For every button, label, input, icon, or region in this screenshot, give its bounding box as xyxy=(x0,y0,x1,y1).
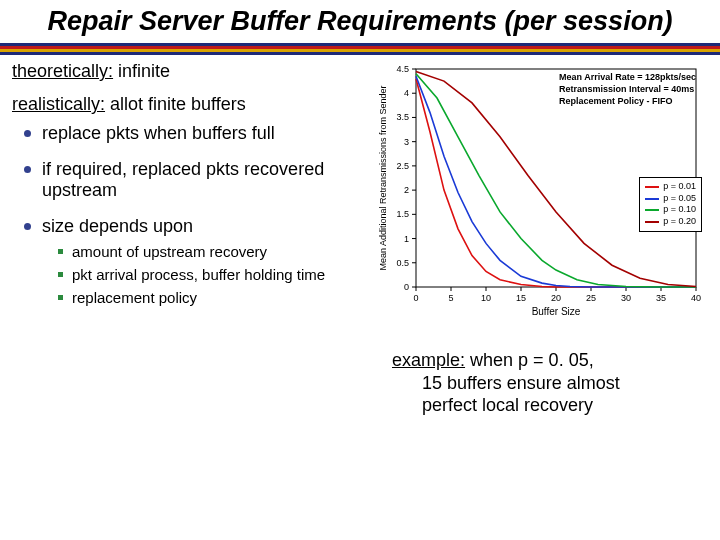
svg-text:Buffer Size: Buffer Size xyxy=(532,306,581,317)
theoretical-line: theoretically: infinite xyxy=(12,61,368,82)
theoretical-value: infinite xyxy=(118,61,170,81)
svg-text:15: 15 xyxy=(516,293,526,303)
bullet-item: replace pkts when buffers full xyxy=(24,123,368,145)
chart-legend: p = 0.01p = 0.05p = 0.10p = 0.20 xyxy=(639,177,702,232)
svg-text:0: 0 xyxy=(404,282,409,292)
content-area: theoretically: infinite realistically: a… xyxy=(0,55,720,417)
slide-title-block: Repair Server Buffer Requirements (per s… xyxy=(0,0,720,41)
example-line2: 15 buffers ensure almost xyxy=(392,372,714,395)
sub-bullet-item: amount of upstream recovery xyxy=(58,243,368,262)
slide-title: Repair Server Buffer Requirements (per s… xyxy=(10,6,710,37)
example-line3: perfect local recovery xyxy=(392,394,714,417)
sub-bullet-item: pkt arrival process, buffer holding time xyxy=(58,266,368,285)
bullet-item: size depends upon amount of upstream rec… xyxy=(24,216,368,308)
retransmission-chart: 051015202530354000.511.522.533.544.5Buff… xyxy=(374,61,714,321)
svg-text:25: 25 xyxy=(586,293,596,303)
svg-text:20: 20 xyxy=(551,293,561,303)
svg-text:3: 3 xyxy=(404,137,409,147)
left-column: theoretically: infinite realistically: a… xyxy=(12,61,374,417)
svg-text:0.5: 0.5 xyxy=(396,258,409,268)
svg-text:35: 35 xyxy=(656,293,666,303)
main-bullet-list: replace pkts when buffers full if requir… xyxy=(12,123,368,308)
svg-text:4: 4 xyxy=(404,88,409,98)
example-text: example: when p = 0. 05, 15 buffers ensu… xyxy=(374,349,714,417)
sub-bullet-item: replacement policy xyxy=(58,289,368,308)
divider-rules xyxy=(0,43,720,55)
svg-text:30: 30 xyxy=(621,293,631,303)
svg-text:10: 10 xyxy=(481,293,491,303)
bullet-item: if required, replaced pkts recovered ups… xyxy=(24,159,368,202)
svg-text:5: 5 xyxy=(448,293,453,303)
svg-text:4.5: 4.5 xyxy=(396,64,409,74)
svg-text:1: 1 xyxy=(404,234,409,244)
svg-text:1.5: 1.5 xyxy=(396,209,409,219)
right-column: 051015202530354000.511.522.533.544.5Buff… xyxy=(374,61,714,417)
sub-bullet-list: amount of upstream recovery pkt arrival … xyxy=(42,243,368,307)
realistic-label: realistically: xyxy=(12,94,105,114)
realistic-value: allot finite buffers xyxy=(110,94,246,114)
svg-text:2: 2 xyxy=(404,185,409,195)
svg-text:0: 0 xyxy=(413,293,418,303)
example-line1: when p = 0. 05, xyxy=(470,350,594,370)
theoretical-label: theoretically: xyxy=(12,61,113,81)
example-label: example: xyxy=(392,350,465,370)
bullet-text: size depends upon xyxy=(42,216,193,236)
svg-text:3.5: 3.5 xyxy=(396,112,409,122)
chart-info-box: Mean Arrival Rate = 128pkts/secRetransmi… xyxy=(559,71,696,107)
svg-text:Mean Additional Retransmission: Mean Additional Retransmissions from Sen… xyxy=(378,86,388,271)
svg-text:40: 40 xyxy=(691,293,701,303)
realistic-line: realistically: allot finite buffers xyxy=(12,94,368,115)
svg-text:2.5: 2.5 xyxy=(396,161,409,171)
